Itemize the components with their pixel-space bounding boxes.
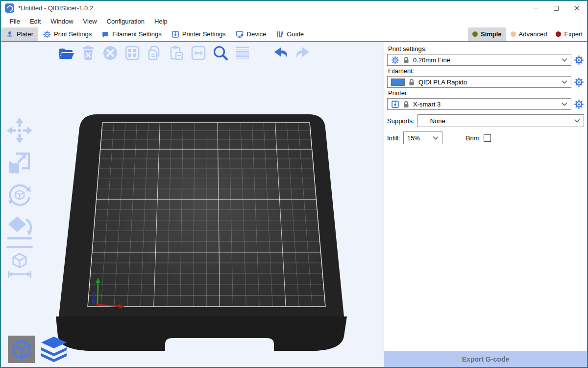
menu-help[interactable]: Help: [149, 18, 172, 25]
paste-clipboard-icon: [167, 44, 186, 62]
simple-mode-dot-icon: [472, 31, 478, 37]
filament-combo[interactable]: QIDI PLA Rapido: [387, 76, 571, 88]
delete-button[interactable]: [79, 44, 98, 62]
arrange-button[interactable]: [123, 44, 142, 62]
printer-bed: [1, 42, 384, 367]
tab-printer-settings[interactable]: Printer Settings: [167, 27, 231, 41]
mode-label: Advanced: [519, 30, 547, 38]
tab-plater[interactable]: Plater: [1, 27, 38, 41]
move-icon: [5, 116, 34, 145]
mode-expert[interactable]: Expert: [551, 27, 587, 41]
minimize-button[interactable]: [525, 1, 546, 15]
move-tool-button[interactable]: [5, 116, 34, 145]
redo-button[interactable]: [294, 44, 312, 62]
close-button[interactable]: ✕: [566, 1, 587, 15]
brim-checkbox[interactable]: [484, 134, 491, 142]
chevron-down-icon: [574, 119, 580, 123]
mode-label: Simple: [481, 30, 502, 38]
close-icon: ✕: [574, 4, 580, 13]
open-button[interactable]: [57, 44, 75, 62]
place-on-face-tool-button[interactable]: [5, 213, 34, 242]
mode-advanced[interactable]: Advanced: [506, 27, 552, 41]
menu-window[interactable]: Window: [46, 18, 78, 25]
filament-icon: [101, 30, 109, 38]
viewport-3d[interactable]: [1, 42, 384, 367]
app-logo-icon: [5, 3, 14, 13]
search-button[interactable]: [211, 44, 230, 62]
delete-all-button[interactable]: [101, 44, 120, 62]
measure-tool-button[interactable]: [5, 252, 34, 280]
gear-icon: [391, 56, 399, 64]
tab-label: Print Settings: [54, 30, 92, 38]
layers-preview-icon: [40, 335, 68, 363]
printer-icon: [172, 30, 179, 38]
printer-gear-button[interactable]: [574, 99, 584, 109]
infill-value: 15%: [407, 134, 420, 142]
print-settings-combo[interactable]: 0.20mm Fine: [387, 54, 571, 66]
window-title: *Untitled - QIDISlicer-1.0.2: [18, 4, 93, 12]
tab-filament-settings[interactable]: Filament Settings: [97, 27, 166, 41]
main-content: Print settings:: [1, 42, 587, 367]
split-instances-button[interactable]: [189, 44, 208, 62]
arrange-icon: [123, 44, 142, 62]
printer-combo[interactable]: X-smart 3: [387, 98, 571, 110]
filament-value: QIDI PLA Rapido: [418, 79, 467, 86]
gizmo-separator: [6, 246, 33, 248]
filament-label: Filament:: [388, 67, 584, 75]
maximize-button[interactable]: [546, 1, 566, 15]
search-icon: [211, 44, 230, 62]
view-mode-toggles: [8, 335, 69, 363]
copy-button[interactable]: [145, 44, 164, 62]
supports-value: None: [421, 117, 445, 125]
rotate-tool-button[interactable]: [5, 181, 34, 210]
title-bar: *Untitled - QIDISlicer-1.0.2 ✕: [1, 1, 587, 15]
infill-combo[interactable]: 15%: [403, 131, 442, 144]
menu-configuration[interactable]: Configuration: [102, 18, 149, 25]
tab-print-settings[interactable]: Print Settings: [38, 27, 97, 41]
copy-icon: [145, 44, 164, 62]
print-settings-gear-button[interactable]: [574, 55, 584, 65]
guide-books-icon: [276, 30, 284, 38]
cube-3d-icon: [10, 338, 33, 361]
expert-mode-dot-icon: [556, 31, 561, 37]
tab-guide[interactable]: Guide: [271, 27, 309, 41]
menu-view[interactable]: View: [78, 18, 102, 25]
infill-label: Infill:: [387, 134, 400, 142]
editor-view-button[interactable]: [8, 336, 35, 363]
scale-tool-button[interactable]: [5, 149, 34, 177]
window-controls: ✕: [525, 1, 587, 15]
supports-row: Supports: None: [387, 114, 584, 127]
printer-row: X-smart 3: [387, 98, 584, 110]
undo-button[interactable]: [271, 44, 290, 62]
undo-icon: [271, 44, 290, 62]
delete-all-icon: [101, 44, 120, 62]
supports-label: Supports:: [387, 117, 415, 125]
tab-label: Guide: [287, 30, 304, 38]
filament-gear-button[interactable]: [574, 77, 584, 87]
scale-icon: [5, 149, 34, 177]
lock-icon: [403, 56, 410, 64]
printer-value: X-smart 3: [413, 101, 441, 108]
printer-icon: [391, 100, 399, 108]
paste-button[interactable]: [167, 44, 186, 62]
gear-icon: [43, 30, 51, 38]
menu-file[interactable]: File: [5, 18, 25, 25]
tab-label: Device: [247, 30, 267, 38]
export-gcode-button[interactable]: Export G-code: [384, 351, 587, 367]
minimize-icon: [533, 8, 539, 8]
delete-trash-icon: [79, 44, 98, 62]
print-settings-label: Print settings:: [388, 45, 584, 53]
preview-view-button[interactable]: [39, 335, 69, 363]
chevron-down-icon: [433, 136, 439, 140]
supports-combo[interactable]: None: [417, 114, 584, 127]
tab-label: Plater: [17, 30, 33, 38]
plater-toolbar: [57, 44, 312, 62]
measure-icon: [5, 252, 34, 280]
menu-edit[interactable]: Edit: [25, 18, 46, 25]
tab-device[interactable]: Device: [231, 27, 271, 41]
chevron-down-icon: [562, 102, 567, 106]
chevron-down-icon: [562, 58, 567, 62]
print-settings-value: 0.20mm Fine: [413, 56, 450, 64]
mode-simple[interactable]: Simple: [468, 27, 506, 41]
variable-layer-height-button[interactable]: [233, 44, 252, 62]
